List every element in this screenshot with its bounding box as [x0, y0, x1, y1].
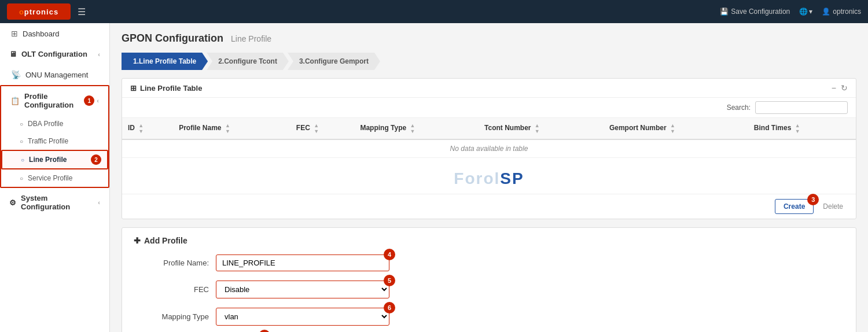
wizard-steps: 1.Line Profile Table 2.Configure Tcont 3… [122, 53, 856, 70]
save-configuration-button[interactable]: 💾 Save Configuration [720, 8, 790, 16]
delete-button-label: Delete [823, 202, 843, 211]
sidebar-item-dashboard[interactable]: ⊞ Dashboard [0, 23, 109, 44]
mapping-type-group: Mapping Type vlan gem priority 6 [134, 308, 844, 326]
sidebar-item-profile-configuration[interactable]: 📋 Profile Configuration 1 ‹ [1, 86, 108, 115]
circle-icon-traffic: ○ [20, 138, 23, 145]
profile-name-input-wrapper: 4 [216, 254, 389, 271]
username-label: optronics [833, 8, 861, 16]
sidebar-item-line-profile[interactable]: ○ Line Profile 2 [1, 150, 108, 169]
circle-icon-line: ○ [21, 157, 24, 163]
save-config-label: Save Configuration [731, 8, 790, 16]
sidebar-item-onu-management[interactable]: 📡 ONU Management [0, 64, 109, 85]
sort-icon-bind: ▲▼ [795, 123, 800, 134]
col-profile-name[interactable]: Profile Name ▲▼ [173, 118, 290, 139]
globe-icon: 🌐 [799, 8, 808, 16]
sort-icon-gemport: ▲▼ [670, 123, 675, 134]
profile-name-badge: 4 [384, 249, 395, 260]
fec-select[interactable]: Disable Enable [216, 281, 389, 298]
col-fec[interactable]: FEC ▲▼ [290, 118, 355, 139]
col-bind-times[interactable]: Bind Times ▲▼ [748, 118, 856, 139]
sidebar-label-onu: ONU Management [25, 71, 88, 79]
watermark: ForolSP [122, 158, 856, 194]
refresh-button[interactable]: ↻ [841, 83, 848, 93]
col-mapping-type[interactable]: Mapping Type ▲▼ [354, 118, 479, 139]
add-profile-title: Add Profile [144, 236, 187, 245]
sidebar-item-traffic-profile[interactable]: ○ Traffic Profile [1, 132, 108, 150]
olt-chevron-icon: ‹ [98, 51, 100, 58]
add-profile-header: ✚ Add Profile [134, 236, 844, 245]
navbar-left: o ptronics ☰ [7, 3, 86, 20]
sidebar-item-olt-configuration[interactable]: 🖥 OLT Configuration ‹ [0, 44, 109, 64]
col-id[interactable]: ID ▲▼ [122, 118, 173, 139]
table-header-row: ID ▲▼ Profile Name ▲▼ FEC ▲▼ [122, 118, 856, 139]
mapping-type-select-wrapper: vlan gem priority 6 [216, 308, 389, 326]
sidebar-label-profile: Profile Configuration [24, 92, 84, 109]
hamburger-icon[interactable]: ☰ [78, 6, 86, 17]
minimize-button[interactable]: − [832, 83, 836, 93]
sidebar-item-service-profile[interactable]: ○ Service Profile [1, 169, 108, 187]
create-button[interactable]: Create 3 [775, 199, 814, 214]
system-chevron-icon: ‹ [98, 199, 100, 206]
create-button-label: Create [784, 202, 805, 211]
table-footer: Create 3 Delete [122, 194, 856, 219]
main-layout: ⊞ Dashboard 🖥 OLT Configuration ‹ 📡 ONU … [0, 23, 868, 332]
circle-icon-dba: ○ [20, 121, 23, 127]
fec-select-wrapper: Disable Enable 5 [216, 281, 389, 298]
page-title: GPON Configuration [122, 32, 223, 44]
card-title: ⊞ Line Profile Table [130, 84, 202, 93]
sort-icon-tcont: ▲▼ [535, 123, 540, 134]
card-actions: − ↻ [832, 83, 848, 93]
profile-name-input[interactable] [216, 254, 389, 271]
sidebar-label-traffic: Traffic Profile [28, 137, 68, 145]
table-row-no-data: No data available in table [122, 139, 856, 158]
search-input[interactable] [755, 101, 848, 114]
circle-icon-service: ○ [20, 175, 23, 182]
sort-icon-profile: ▲▼ [225, 123, 230, 134]
mapping-type-select[interactable]: vlan gem priority [216, 308, 389, 326]
add-profile-form: ✚ Add Profile Profile Name: 4 FEC [122, 228, 856, 332]
line-profile-badge: 2 [91, 154, 101, 165]
no-data-cell: No data available in table [122, 139, 856, 158]
fec-label: FEC [134, 285, 209, 294]
sidebar-label-service: Service Profile [28, 174, 72, 182]
card-title-text: Line Profile Table [140, 84, 202, 93]
col-tcont-number[interactable]: Tcont Number ▲▼ [479, 118, 604, 139]
dashboard-icon: ⊞ [11, 29, 18, 38]
sort-icon-mapping: ▲▼ [410, 123, 415, 134]
step-2-configure-tcont[interactable]: 2.Configure Tcont [207, 53, 289, 70]
save-icon: 💾 [720, 8, 729, 16]
sidebar: ⊞ Dashboard 🖥 OLT Configuration ‹ 📡 ONU … [0, 23, 110, 332]
step-1-line-profile-table[interactable]: 1.Line Profile Table [122, 53, 208, 70]
submit-badge: 7 [259, 330, 270, 332]
logo-image: o ptronics [7, 3, 71, 20]
onu-icon: 📡 [11, 70, 21, 79]
user-icon: 👤 [822, 8, 830, 16]
fec-badge: 5 [384, 275, 395, 286]
sort-icon-fec: ▲▼ [314, 123, 319, 134]
sidebar-label-dba: DBA Profile [28, 120, 63, 128]
user-menu[interactable]: 👤 optronics [822, 8, 861, 16]
sidebar-label-line: Line Profile [29, 156, 67, 164]
step2-label: 2.Configure Tcont [218, 57, 277, 65]
language-selector[interactable]: 🌐 ▾ [799, 8, 812, 16]
logo: o ptronics [7, 3, 71, 20]
sidebar-item-dba-profile[interactable]: ○ DBA Profile [1, 115, 108, 132]
card-header: ⊞ Line Profile Table − ↻ [122, 79, 856, 98]
table-icon: ⊞ [130, 84, 137, 93]
step-3-configure-gemport[interactable]: 3.Configure Gemport [288, 53, 380, 70]
table-wrapper: ID ▲▼ Profile Name ▲▼ FEC ▲▼ [122, 118, 856, 158]
profile-chevron-icon: ‹ [97, 97, 99, 104]
profile-icon: 📋 [10, 97, 20, 105]
col-gemport-number[interactable]: Gemport Number ▲▼ [604, 118, 748, 139]
profile-name-group: Profile Name: 4 [134, 254, 844, 271]
add-icon: ✚ [134, 236, 141, 245]
profile-name-label: Profile Name: [134, 259, 209, 267]
sidebar-label-olt: OLT Configuration [21, 50, 87, 58]
create-badge: 3 [807, 194, 819, 205]
content-area: GPON Configuration Line Profile 1.Line P… [110, 23, 868, 332]
sort-icon-id: ▲▼ [138, 123, 144, 134]
sidebar-item-system-configuration[interactable]: ⚙ System Configuration ‹ [0, 188, 109, 217]
delete-button[interactable]: Delete [818, 200, 848, 213]
navbar-right: 💾 Save Configuration 🌐 ▾ 👤 optronics [720, 8, 861, 16]
breadcrumb: GPON Configuration Line Profile [122, 32, 856, 45]
